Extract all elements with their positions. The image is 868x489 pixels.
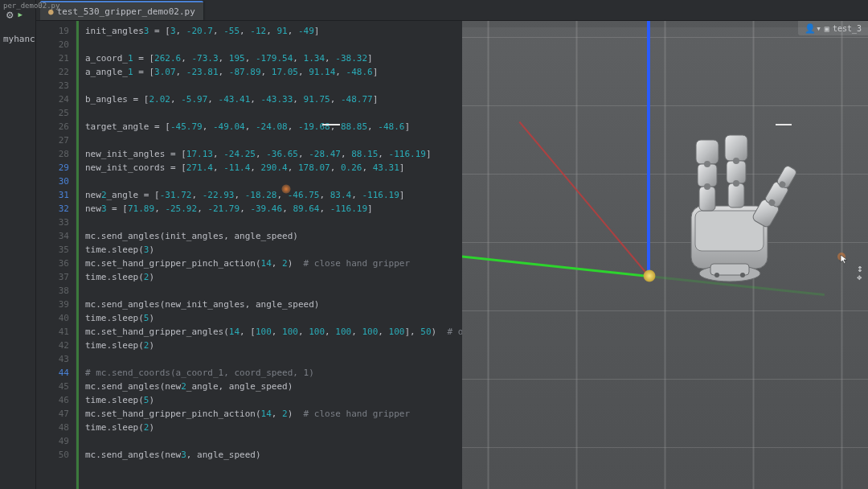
play-icon[interactable]: ▶ [18, 10, 22, 18]
axis-z-blue [647, 21, 650, 277]
robot-hand-model [651, 117, 812, 302]
project-sidebar: ⚙ ▶ myhanc [0, 0, 36, 489]
svg-point-14 [733, 158, 739, 164]
line-number-gutter: 1920212223242526272829303132333435363738… [36, 21, 76, 489]
svg-rect-12 [727, 161, 746, 183]
code-editor[interactable]: init_angles3 = [3, -20.7, -55, -12, 91, … [76, 21, 462, 489]
gear-icon[interactable]: ⚙ [6, 8, 13, 21]
svg-point-9 [704, 161, 710, 167]
svg-rect-6 [696, 140, 719, 164]
svg-point-15 [733, 180, 739, 187]
svg-rect-7 [698, 164, 717, 187]
tab-active-file[interactable]: ● test_530_gripper_demo02.py [40, 1, 203, 20]
breadcrumb[interactable]: per_demo02.py [3, 2, 59, 10]
svg-point-10 [704, 183, 710, 190]
project-tree-item[interactable]: myhanc [3, 34, 35, 44]
svg-point-4 [714, 273, 719, 277]
editor-tabs: ● test_530_gripper_demo02.py [36, 0, 868, 21]
svg-point-5 [740, 273, 745, 277]
tab-label: test_530_gripper_demo02.py [57, 6, 195, 17]
3d-viewport[interactable]: 👤▾ ▣ test_3 [462, 21, 868, 489]
svg-rect-11 [725, 135, 747, 161]
svg-rect-8 [699, 187, 715, 211]
nav-gizmo-icon[interactable]: ↕ ✥ [857, 264, 863, 281]
svg-rect-13 [728, 183, 744, 208]
